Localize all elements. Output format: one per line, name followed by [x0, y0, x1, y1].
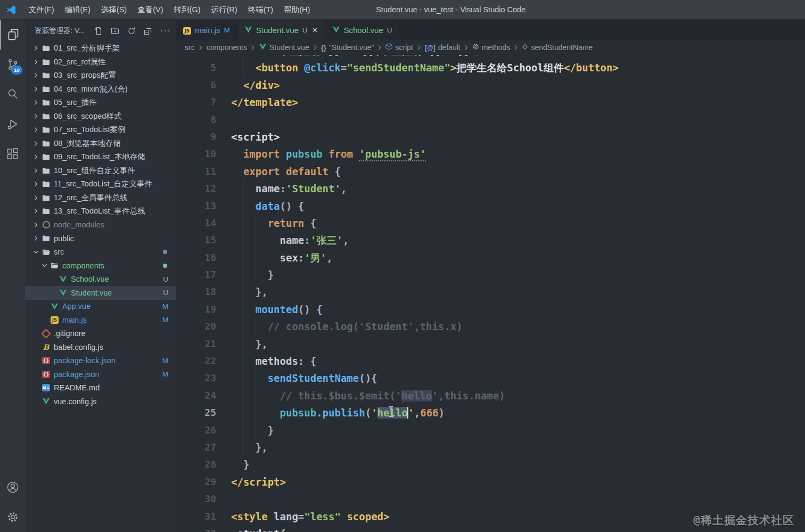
code-line[interactable]: 24 // this.$bus.$emit('hello',this.name) [176, 387, 805, 404]
tree-item[interactable]: 11_src_TodoList_自定义事件 [25, 177, 176, 191]
code-line[interactable]: 11 export default { [176, 163, 805, 180]
tree-item[interactable]: .gitignore [25, 327, 176, 341]
tab-student-vue[interactable]: Student.vueU× [237, 20, 325, 40]
tree-item[interactable]: {}package.jsonM [25, 367, 176, 381]
tree-item[interactable]: School.vueU [25, 273, 176, 287]
code-line[interactable]: 30 [176, 490, 805, 508]
tree-item[interactable]: Student.vueU [25, 286, 176, 300]
tree-item-label: 01_src_分析脚手架 [54, 43, 120, 53]
code-line[interactable]: 21 }, [176, 335, 805, 353]
close-icon[interactable]: × [313, 26, 318, 35]
code-line[interactable]: 6 </div> [176, 77, 805, 94]
code-line[interactable]: 4 <h2>学生姓名:{{name}},学生性别:{{sex}}</h2> [176, 55, 805, 59]
code-line[interactable]: 10 import pubsub from 'pubsub-js' [176, 145, 805, 162]
tree-item[interactable]: 10_src_组件自定义事件 [25, 164, 176, 178]
new-file-icon[interactable] [94, 27, 103, 35]
menu-item[interactable]: 运行(R) [206, 0, 242, 19]
code-line[interactable]: 15 name:'张三', [176, 232, 805, 249]
tree-item[interactable]: src [25, 245, 176, 259]
tree-item[interactable]: 05_src_插件 [25, 96, 176, 110]
code-line[interactable]: 18 }, [176, 283, 805, 300]
new-folder-icon[interactable] [111, 27, 119, 35]
tree-item[interactable]: {}package-lock.jsonM [25, 354, 176, 368]
tree-item-label: Student.vue [71, 289, 112, 297]
breadcrumb-item[interactable]: sendStudentName [522, 43, 593, 52]
code-line[interactable]: 27 }, [176, 439, 805, 456]
code-line[interactable]: 17 } [176, 266, 805, 283]
chevron-right-icon [514, 45, 518, 51]
tree-item[interactable]: vue.config.js [25, 395, 176, 408]
extensions-icon[interactable] [0, 139, 25, 169]
code-line[interactable]: 29</script> [176, 473, 805, 490]
code-line[interactable]: 28 } [176, 456, 805, 473]
code-line[interactable]: 8 [176, 111, 805, 128]
tree-item[interactable]: public [25, 232, 176, 245]
code-line[interactable]: 16 sex:'男', [176, 249, 805, 266]
collapse-folders-icon[interactable] [144, 27, 152, 35]
breadcrumb-item[interactable]: [@]default [425, 43, 461, 52]
code-line[interactable]: 20 // console.log('Student',this.x) [176, 318, 805, 335]
code-line[interactable]: 26 } [176, 422, 805, 439]
tree-item[interactable]: 08_浏览器本地存储 [25, 137, 176, 151]
search-icon[interactable] [0, 79, 25, 109]
code-line[interactable]: 12 name:'Student', [176, 180, 805, 197]
tree-item[interactable]: 07_src_TodoList案例 [25, 123, 176, 137]
tree-item[interactable]: 03_src_props配置 [25, 69, 176, 83]
refresh-icon[interactable] [127, 27, 136, 35]
breadcrumb-item[interactable]: components [207, 43, 247, 52]
code-line[interactable]: 19 mounted() { [176, 301, 805, 318]
tab-main-js[interactable]: JSmain.jsM [176, 20, 237, 40]
code-line[interactable]: 25 pubsub.publish('hello',666) [176, 404, 805, 421]
tree-item[interactable]: 12_src_全局事件总线 [25, 191, 176, 205]
breadcrumb-item[interactable]: {}"Student.vue" [321, 43, 374, 52]
tree-item[interactable]: JSmain.jsM [25, 313, 176, 327]
tree-item[interactable]: 06_src_scoped样式 [25, 110, 176, 124]
tree-item[interactable]: 02_src_ref属性 [25, 55, 176, 69]
breadcrumb-item[interactable]: script [385, 43, 413, 52]
code-line[interactable]: 23 sendStudentName(){ [176, 370, 805, 387]
code-line[interactable]: 9<script> [176, 128, 805, 145]
folder-icon [40, 194, 52, 201]
breadcrumb-label: script [395, 43, 413, 52]
tree-item[interactable]: 13_src_TodoList_事件总线 [25, 204, 176, 218]
menu-item[interactable]: 编辑(E) [60, 0, 96, 19]
account-icon[interactable] [0, 472, 25, 502]
code-line[interactable]: 7</template> [176, 94, 805, 111]
source-control-icon[interactable]: 10 [0, 50, 25, 79]
code-line[interactable]: 13 data() { [176, 198, 805, 215]
indent-guide [243, 266, 244, 283]
explorer-icon[interactable] [0, 20, 26, 50]
chevron-right-icon [417, 45, 421, 51]
menu-item[interactable]: 终端(T) [243, 0, 279, 19]
run-debug-icon[interactable] [0, 109, 25, 139]
tree-item[interactable]: 09_src_TodoList_本地存储 [25, 150, 176, 164]
indent-guide [243, 370, 244, 387]
menu-item[interactable]: 帮助(H) [278, 0, 315, 19]
code-line[interactable]: 32.student{ [176, 525, 805, 532]
tree-item[interactable]: App.vueM [25, 300, 176, 314]
code-line[interactable]: 14 return { [176, 215, 805, 232]
breadcrumb-item[interactable]: src [185, 43, 195, 52]
menu-item[interactable]: 转到(G) [169, 0, 206, 19]
menu-item[interactable]: 选择(S) [96, 0, 132, 19]
breadcrumb-item[interactable]: methods [472, 43, 511, 52]
settings-icon[interactable] [0, 502, 25, 532]
more-actions-icon[interactable]: ··· [160, 28, 171, 34]
chevron-right-icon [199, 45, 203, 51]
menu-item[interactable]: 查看(V) [132, 0, 168, 19]
tab-school-vue[interactable]: School.vueU [325, 20, 400, 40]
tree-item[interactable]: 04_src_mixin混入(合) [25, 83, 176, 96]
code-line[interactable]: 5 <button @click="sendStudentName">把学生名给… [176, 59, 805, 76]
code-editor[interactable]: 4 <h2>学生姓名:{{name}},学生性别:{{sex}}</h2>5 <… [176, 55, 805, 532]
code-line[interactable]: 22 methods: { [176, 353, 805, 370]
tree-item[interactable]: M↓README.md [25, 381, 176, 395]
code-line[interactable]: 31<style lang="less" scoped> [176, 508, 805, 525]
chevron-right-icon [31, 100, 40, 105]
tree-item[interactable]: components [25, 259, 176, 273]
menu-item[interactable]: 文件(F) [23, 0, 60, 19]
tree-item[interactable]: Bbabel.config.js [25, 340, 176, 354]
tree-item[interactable]: 01_src_分析脚手架 [25, 42, 176, 55]
line-number: 9 [176, 128, 216, 145]
breadcrumb-item[interactable]: Student.vue [259, 43, 309, 52]
tree-item[interactable]: node_modules [25, 218, 176, 232]
